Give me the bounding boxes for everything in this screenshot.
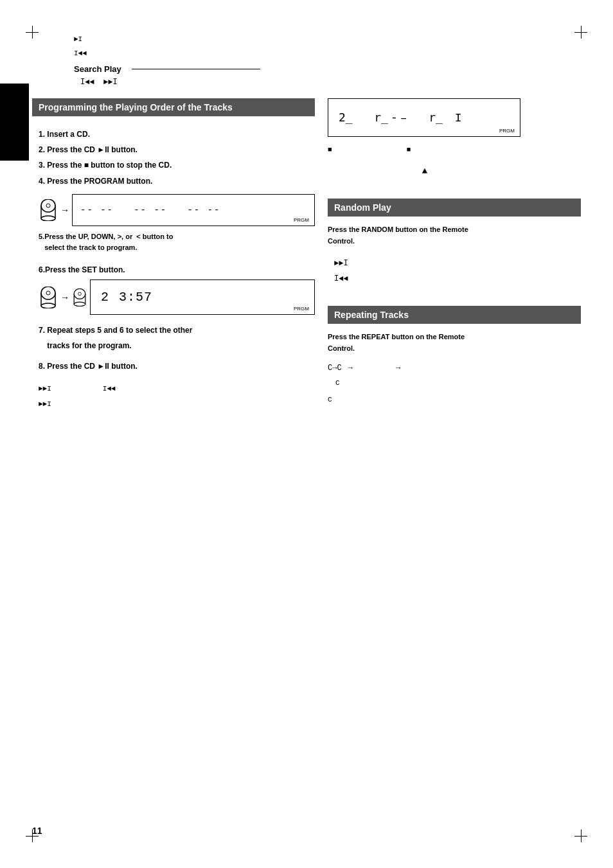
right-top-display: 2̲ r̲-– r̲ I PRGM (328, 98, 520, 137)
repeat-mode-4: C (328, 393, 581, 407)
page-number: 11 (32, 826, 42, 836)
disc-icon-2a (39, 287, 58, 308)
display-diagram-1: -- -- -- -- -- -- PRGM (72, 194, 315, 226)
svg-point-14 (74, 302, 85, 306)
crosshair-bottom-right (574, 829, 587, 842)
bottom-skip-forward-2: ►►I (39, 398, 315, 411)
step-4: 4. Press the PROGRAM button. (39, 173, 315, 189)
svg-point-6 (46, 291, 50, 295)
top-area: ►I I◄◄ (74, 32, 581, 60)
skip-back-symbol: I◄◄ (74, 46, 581, 60)
prgm-label-right: PRGM (499, 128, 515, 134)
steps-list: 1. Insert a CD. 2. Press the CD ►II butt… (32, 127, 315, 189)
step-5: 5.Press the UP, DOWN, >, or < button to … (39, 231, 315, 252)
search-play-line (132, 69, 260, 69)
repeating-tracks-heading: Repeating Tracks (328, 306, 581, 324)
arrow-2: → (60, 292, 69, 303)
bottom-symbols-left: ►►I I◄◄ ►►I (39, 383, 315, 411)
step-2: 2. Press the CD ►II button. (39, 142, 315, 157)
programming-heading: Programming the Playing Order of the Tra… (32, 98, 315, 116)
left-column: Programming the Playing Order of the Tra… (32, 98, 315, 411)
repeat-description: Press the REPEAT button on the RemoteCon… (328, 332, 581, 354)
prgm-label-2: PRGM (294, 306, 309, 312)
repeat-modes: C→C → → C C (328, 360, 581, 407)
svg-point-10 (74, 288, 85, 299)
display-diagram-2: 2 3:57 PRGM (90, 279, 315, 315)
crosshair-top-right (574, 26, 587, 39)
random-play-description: Press the RANDOM button on the RemoteCon… (328, 224, 581, 247)
repeat-mode-2: C (335, 376, 581, 390)
step6-diagram-row: → 2 3:57 PRGM (39, 279, 315, 315)
repeat-section: Repeating Tracks Press the REPEAT button… (328, 306, 581, 407)
random-play-heading: Random Play (328, 199, 581, 217)
search-play-symbols: I◄◄ ►►I (80, 78, 581, 87)
step-7: 7. Repeat steps 5 and 6 to select the ot… (39, 323, 315, 353)
random-play-section: Random Play Press the RANDOM button on t… (328, 199, 581, 287)
svg-point-1 (46, 204, 50, 208)
random-symbols: ►►I I◄◄ (334, 256, 581, 287)
svg-point-5 (41, 287, 55, 299)
crosshair-top-left (26, 26, 39, 39)
right-note-2: ▲ (328, 163, 581, 179)
bottom-skip-forward: ►►I I◄◄ (39, 383, 315, 396)
disc-icon-1 (39, 199, 58, 221)
search-play-section: Search Play (74, 64, 581, 74)
disc-icon-2b (72, 288, 87, 306)
step-3: 3. Press the ■ button to stop the CD. (39, 157, 315, 173)
step-8: 8. Press the CD ►II button. (39, 359, 315, 374)
skip-forward-symbol: ►I (74, 32, 581, 46)
step-6-section: 6.Press the SET button. → (32, 265, 315, 315)
page: ►I I◄◄ Search Play I◄◄ ►►I Programming t… (0, 0, 613, 868)
svg-point-0 (41, 199, 55, 212)
search-play-label: Search Play (74, 64, 121, 74)
step4-diagram-row: → -- -- -- -- -- -- PRGM (39, 194, 315, 226)
section-tab (0, 84, 29, 161)
arrow-1: → (60, 205, 69, 215)
repeat-mode-1: C→C → → (328, 360, 581, 376)
step-1: 1. Insert a CD. (39, 127, 315, 142)
prgm-label-1: PRGM (294, 217, 309, 223)
svg-point-11 (78, 292, 82, 296)
steps-7-8: 7. Repeat steps 5 and 6 to select the ot… (32, 323, 315, 374)
svg-point-9 (41, 303, 55, 308)
main-content: Programming the Playing Order of the Tra… (32, 98, 581, 411)
step-6: 6.Press the SET button. (39, 265, 315, 274)
right-note-1: ■ ■ (328, 143, 581, 157)
right-column: 2̲ r̲-– r̲ I PRGM ■ ■ ▲ (328, 98, 581, 411)
right-top-notes: ■ ■ ▲ (328, 143, 581, 179)
svg-point-4 (41, 216, 55, 221)
